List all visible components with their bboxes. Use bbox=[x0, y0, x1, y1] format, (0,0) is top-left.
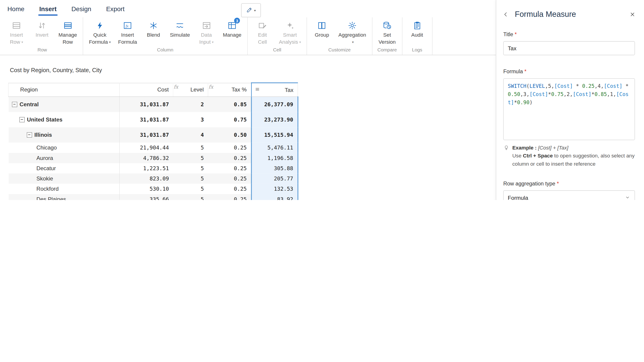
tab-design[interactable]: Design bbox=[71, 6, 91, 16]
collapse-toggle[interactable]: − bbox=[26, 132, 32, 138]
cell-cost[interactable]: 31,031.87 bbox=[120, 112, 173, 127]
manage-button[interactable]: 3Manage bbox=[219, 17, 245, 47]
cell-tax-pct[interactable]: 0.25 bbox=[208, 153, 251, 163]
smart-analysis-button[interactable]: SmartAnalysis▾ bbox=[275, 17, 305, 47]
cell-cost[interactable]: 335.66 bbox=[120, 194, 173, 200]
cell-tax[interactable]: 132.53 bbox=[251, 184, 298, 194]
svg-text:fx: fx bbox=[126, 24, 128, 28]
group-button[interactable]: Group bbox=[309, 17, 334, 47]
audit-button[interactable]: Audit bbox=[404, 17, 430, 47]
tab-home[interactable]: Home bbox=[8, 6, 24, 16]
formula-editor[interactable]: SWITCH(LEVEL,5,[Cost] * 0.25,4,[Cost] * … bbox=[503, 78, 635, 140]
quick-formula-icon bbox=[95, 20, 104, 31]
cell-tax-pct[interactable]: 0.25 bbox=[208, 194, 251, 200]
cell-cost[interactable]: 31,031.87 bbox=[120, 127, 173, 143]
blend-button[interactable]: Blend bbox=[141, 17, 166, 47]
cell-tax-pct[interactable]: 0.75 bbox=[208, 112, 251, 127]
back-button[interactable] bbox=[502, 11, 509, 18]
edit-cell-button[interactable]: EditCell bbox=[250, 17, 275, 47]
collapse-toggle[interactable]: − bbox=[12, 102, 17, 107]
cell-region[interactable]: −Central bbox=[8, 97, 120, 112]
cell-region[interactable]: −United States bbox=[8, 112, 120, 127]
cell-region[interactable]: Des Plaines bbox=[8, 194, 120, 200]
quick-formula-button[interactable]: QuickFormula▾ bbox=[85, 17, 114, 47]
cell-region[interactable]: Chicago bbox=[8, 143, 120, 153]
ribbon: HomeInsertDesignExport ▾ InsertRow▾Inver… bbox=[0, 0, 496, 55]
column-menu-icon[interactable] bbox=[254, 86, 260, 93]
cell-tax-pct[interactable]: 0.85 bbox=[208, 97, 251, 112]
collapse-toggle[interactable]: − bbox=[19, 117, 24, 122]
cell-level[interactable]: 5 bbox=[173, 143, 208, 153]
cell-level[interactable]: 5 bbox=[173, 184, 208, 194]
cell-cost[interactable]: 21,904.44 bbox=[120, 143, 173, 153]
ribbon-group-column: QuickFormula▾fxInsertFormulaBlendSimulat… bbox=[83, 17, 248, 55]
lightbulb-icon bbox=[503, 144, 510, 168]
edit-pen-button[interactable]: ▾ bbox=[241, 3, 261, 17]
set-version-icon bbox=[383, 20, 392, 31]
group-icon bbox=[318, 20, 326, 31]
insert-row-button[interactable]: InsertRow▾ bbox=[4, 17, 29, 47]
cell-tax[interactable]: 83.92 bbox=[251, 194, 298, 200]
group-label-compare: Compare bbox=[374, 47, 400, 55]
button-label: Manage bbox=[223, 32, 242, 46]
cell-region[interactable]: −Illinois bbox=[8, 127, 120, 143]
button-label: EditCell bbox=[258, 32, 267, 46]
cell-tax-pct[interactable]: 0.25 bbox=[208, 184, 251, 194]
tab-insert[interactable]: Insert bbox=[39, 6, 56, 16]
cell-cost[interactable]: 1,223.51 bbox=[120, 163, 173, 173]
cell-cost[interactable]: 4,786.32 bbox=[120, 153, 173, 163]
cell-region[interactable]: Aurora bbox=[8, 153, 120, 163]
table-row-central: −Central31,031.8720.8526,377.09 bbox=[8, 97, 298, 112]
cell-cost[interactable]: 823.09 bbox=[120, 173, 173, 184]
cell-cost[interactable]: 31,031.87 bbox=[120, 97, 173, 112]
cell-level[interactable]: 2 bbox=[173, 97, 208, 112]
cell-tax[interactable]: 1,196.58 bbox=[251, 153, 298, 163]
panel-header: Formula Measure bbox=[496, 0, 644, 26]
tab-export[interactable]: Export bbox=[106, 6, 124, 16]
manage-icon: 3 bbox=[228, 20, 237, 31]
invert-button[interactable]: Invert bbox=[29, 17, 55, 47]
data-input-button[interactable]: DataInput▾ bbox=[194, 17, 219, 47]
column-header-tax[interactable]: Tax bbox=[251, 83, 298, 97]
cell-region[interactable]: Decatur bbox=[8, 163, 120, 173]
close-icon[interactable] bbox=[629, 11, 636, 18]
cell-level[interactable]: 5 bbox=[173, 163, 208, 173]
cell-level[interactable]: 4 bbox=[173, 127, 208, 143]
cell-tax-pct[interactable]: 0.25 bbox=[208, 173, 251, 184]
column-header-level[interactable]: fxLevel bbox=[173, 83, 208, 97]
manage-row-button[interactable]: ManageRow bbox=[55, 17, 81, 47]
button-label: InsertRow▾ bbox=[10, 32, 23, 46]
region-label: United States bbox=[27, 116, 62, 123]
cell-tax[interactable]: 5,476.11 bbox=[251, 143, 298, 153]
button-label: InsertFormula bbox=[118, 32, 137, 46]
cell-tax[interactable]: 23,273.90 bbox=[251, 112, 298, 127]
simulate-button[interactable]: Simulate bbox=[166, 17, 194, 47]
cell-region[interactable]: Rockford bbox=[8, 184, 120, 194]
cell-level[interactable]: 5 bbox=[173, 194, 208, 200]
cell-tax-pct[interactable]: 0.25 bbox=[208, 163, 251, 173]
column-header-cost[interactable]: Cost bbox=[120, 83, 173, 97]
cell-tax-pct[interactable]: 0.50 bbox=[208, 127, 251, 143]
aggregation-button[interactable]: Aggregation▾ bbox=[335, 17, 370, 47]
cell-tax-pct[interactable]: 0.25 bbox=[208, 143, 251, 153]
cell-level[interactable]: 3 bbox=[173, 112, 208, 127]
cell-level[interactable]: 5 bbox=[173, 153, 208, 163]
row-aggregation-select[interactable]: Formula bbox=[503, 191, 635, 200]
cell-tax[interactable]: 15,515.94 bbox=[251, 127, 298, 143]
column-header-region[interactable]: Region bbox=[8, 83, 120, 97]
title-input[interactable] bbox=[503, 41, 635, 55]
cell-tax[interactable]: 205.77 bbox=[251, 173, 298, 184]
ribbon-group-compare: SetVersionCompare bbox=[372, 17, 402, 55]
cell-cost[interactable]: 530.10 bbox=[120, 184, 173, 194]
cell-tax[interactable]: 26,377.09 bbox=[251, 97, 298, 112]
insert-formula-button[interactable]: fxInsertFormula bbox=[114, 17, 141, 47]
chevron-down-icon: ▾ bbox=[109, 40, 111, 44]
region-label: Decatur bbox=[36, 165, 56, 171]
cell-level[interactable]: 5 bbox=[173, 173, 208, 184]
column-header-tax[interactable]: fxTax % bbox=[208, 83, 251, 97]
button-label: DataInput▾ bbox=[199, 32, 214, 46]
button-label: Invert bbox=[36, 32, 48, 46]
set-version-button[interactable]: SetVersion bbox=[374, 17, 400, 47]
cell-tax[interactable]: 305.88 bbox=[251, 163, 298, 173]
cell-region[interactable]: Skokie bbox=[8, 173, 120, 184]
